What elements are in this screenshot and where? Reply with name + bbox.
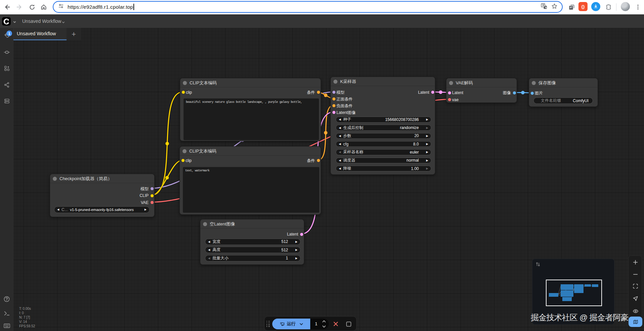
output-slot-模型[interactable] xyxy=(151,187,154,190)
output-slot-CLIP[interactable] xyxy=(151,194,154,197)
forward-button[interactable] xyxy=(14,1,25,13)
back-button[interactable] xyxy=(1,1,13,13)
widget-批量大小[interactable]: ◀批量大小1▶ xyxy=(205,255,300,261)
widget-value[interactable]: 156680208700286 xyxy=(385,117,419,122)
widget-decrement-arrow[interactable]: ◀ xyxy=(339,117,341,122)
widget-value[interactable]: 20 xyxy=(414,133,419,139)
widget-value[interactable]: 1.00 xyxy=(411,166,419,171)
widget-decrement-arrow[interactable]: ◀ xyxy=(339,166,341,171)
workflow-menu[interactable]: Unsaved Workflow xyxy=(22,15,61,28)
extension-download-icon[interactable] xyxy=(591,2,600,11)
output-slot-Latent[interactable] xyxy=(431,91,434,94)
input-slot-Latent图像[interactable] xyxy=(332,111,335,114)
widget-decrement-arrow[interactable]: ◀ xyxy=(208,247,210,253)
widget-高度[interactable]: ◀高度512▶ xyxy=(205,247,300,253)
new-workflow-tab-button[interactable]: + xyxy=(67,28,81,40)
widget-increment-arrow[interactable]: ▶ xyxy=(426,133,428,139)
extensions-puzzle-icon[interactable] xyxy=(603,1,614,13)
node-latent[interactable]: 空Latent图像 Latent◀宽度512▶◀高度512▶◀批量大小1▶ xyxy=(200,219,304,265)
workflow-menu-chevron-icon[interactable] xyxy=(62,19,65,26)
collapse-dot-icon[interactable] xyxy=(333,80,337,84)
sidebar-queue-icon[interactable] xyxy=(0,94,13,108)
input-slot-负面条件[interactable] xyxy=(332,104,335,107)
toggle-link-visibility-button[interactable] xyxy=(629,306,642,316)
node-title-bar[interactable]: VAE解码 xyxy=(446,78,517,87)
widget-cfg[interactable]: ◀cfg8.0▶ xyxy=(336,141,431,147)
run-options-chevron-icon[interactable] xyxy=(299,322,304,326)
input-slot-clip[interactable] xyxy=(182,159,185,162)
run-button[interactable]: 运行 xyxy=(272,319,310,329)
browser-menu-icon[interactable] xyxy=(632,1,644,13)
minimap-viewport[interactable] xyxy=(546,280,602,306)
node-title-bar[interactable]: K采样器 xyxy=(331,77,435,86)
fit-view-button[interactable] xyxy=(629,281,642,291)
zoom-out-button[interactable] xyxy=(629,269,642,279)
reload-button[interactable] xyxy=(26,1,38,13)
widget-value[interactable]: ComfyUI xyxy=(573,98,589,104)
widget-increment-arrow[interactable]: ▶ xyxy=(426,141,428,147)
clear-queue-button[interactable] xyxy=(330,319,341,329)
widget-increment-arrow[interactable]: ▶ xyxy=(295,255,297,261)
stop-button[interactable] xyxy=(343,319,354,329)
widget-value[interactable]: 512 xyxy=(281,239,288,245)
sidebar-help-icon[interactable] xyxy=(0,292,13,306)
output-slot-Latent[interactable] xyxy=(300,233,303,236)
collapse-dot-icon[interactable] xyxy=(449,81,453,85)
batch-count-input[interactable]: 1 xyxy=(310,319,329,329)
widget-decrement-arrow[interactable]: ◀ xyxy=(339,150,341,155)
widget-value[interactable]: normal xyxy=(406,158,419,163)
node-save[interactable]: 保存图像 图片文件名前缀ComfyUI xyxy=(529,78,598,107)
node-clip2[interactable]: CLIP文本编码 clip 条件text, watermark xyxy=(179,146,321,215)
prompt-textarea[interactable]: text, watermark xyxy=(183,167,319,213)
collapse-dot-icon[interactable] xyxy=(532,81,536,85)
widget-种子[interactable]: ◀种子156680208700286▶ xyxy=(336,117,431,123)
widget-decrement-arrow[interactable]: ◀ xyxy=(339,125,341,130)
input-slot-模型[interactable] xyxy=(332,91,335,94)
output-slot-条件[interactable] xyxy=(317,159,320,162)
extension-orange-icon[interactable]: {} xyxy=(578,2,588,11)
node-title-bar[interactable]: 保存图像 xyxy=(529,78,598,87)
node-title-bar[interactable]: 空Latent图像 xyxy=(200,219,304,229)
node-title-bar[interactable]: Checkpoint加载器（简易） xyxy=(50,174,154,183)
tab-unsaved-workflow[interactable]: Unsaved Workflow xyxy=(13,28,67,40)
translate-icon[interactable] xyxy=(541,3,547,11)
node-clip1[interactable]: CLIP文本编码 clip 条件beautiful scenery nature… xyxy=(180,78,321,141)
widget-increment-arrow[interactable]: ▶ xyxy=(295,247,297,253)
widget-increment-arrow[interactable]: ▶ xyxy=(426,117,428,122)
input-slot-clip[interactable] xyxy=(182,91,185,94)
sidebar-node-library-icon[interactable] xyxy=(0,61,13,75)
widget-increment-arrow[interactable]: ▶ xyxy=(295,239,297,245)
node-ksampler[interactable]: K采样器 模型 正面条件 负面条件 Latent图像 Latent◀种子1566… xyxy=(330,77,435,175)
widget-increment-arrow[interactable]: ▶ xyxy=(145,207,147,213)
url-bar[interactable]: https://e92adf8.r1.cpolar.top xyxy=(53,1,563,13)
sidebar-terminal-icon[interactable] xyxy=(0,306,13,320)
widget-increment-arrow[interactable]: ▶ xyxy=(426,150,428,155)
widget-decrement-arrow[interactable]: ◀ xyxy=(208,239,210,245)
node-title-bar[interactable]: CLIP文本编码 xyxy=(180,147,321,156)
widget-decrement-arrow[interactable]: ◀ xyxy=(339,141,341,147)
output-slot-VAE[interactable] xyxy=(151,201,154,204)
zoom-in-button[interactable] xyxy=(629,257,642,267)
widget-降噪[interactable]: ◀降噪1.00▶ xyxy=(336,166,431,172)
widget-increment-arrow[interactable]: ▶ xyxy=(426,125,428,130)
widget-调度器[interactable]: ◀调度器normal▶ xyxy=(336,158,431,164)
widget-value[interactable]: 1 xyxy=(286,255,288,261)
site-settings-icon[interactable] xyxy=(58,3,64,10)
output-slot-条件[interactable] xyxy=(317,91,320,94)
collapse-dot-icon[interactable] xyxy=(183,149,187,153)
widget-value[interactable]: randomize xyxy=(400,125,419,130)
bookmark-star-icon[interactable] xyxy=(551,3,558,11)
home-button[interactable] xyxy=(38,1,49,13)
input-slot-vae[interactable] xyxy=(448,98,451,101)
widget-decrement-arrow[interactable]: ◀ xyxy=(339,133,341,139)
drag-handle[interactable] xyxy=(267,321,270,327)
widget-生成后控制[interactable]: ◀生成后控制randomize▶ xyxy=(336,125,431,131)
collapse-dot-icon[interactable] xyxy=(203,222,207,226)
sidebar-model-library-icon[interactable] xyxy=(0,78,13,91)
widget-decrement-arrow[interactable]: ◀ xyxy=(339,158,341,163)
batch-stepper[interactable] xyxy=(322,320,326,328)
widget-value[interactable]: 8.0 xyxy=(413,141,419,147)
select-mode-button[interactable] xyxy=(629,293,642,303)
node-checkpoint[interactable]: Checkpoint加载器（简易） 模型 CLIP VAE◀C...v1-5-p… xyxy=(50,174,155,217)
widget-increment-arrow[interactable]: ▶ xyxy=(426,166,428,171)
